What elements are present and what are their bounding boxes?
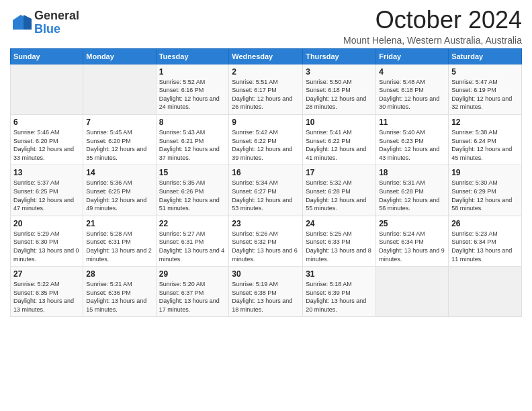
day-number: 1 [159,67,226,77]
day-number: 2 [232,67,300,77]
header-friday: Friday [376,48,449,64]
day-number: 8 [159,118,226,127]
day-info: Sunrise: 5:42 AMSunset: 6:22 PMDaylight:… [232,129,292,161]
day-cell-2-4: 17 Sunrise: 5:32 AMSunset: 6:28 PMDaylig… [303,165,376,216]
day-number: 25 [379,219,445,228]
day-info: Sunrise: 5:25 AMSunset: 6:33 PMDaylight:… [306,230,371,263]
day-cell-0-0 [11,64,83,114]
day-number: 18 [379,168,445,177]
day-info: Sunrise: 5:20 AMSunset: 6:37 PMDaylight:… [159,281,220,313]
day-info: Sunrise: 5:37 AMSunset: 6:25 PMDaylight:… [13,179,74,212]
day-cell-3-1: 21 Sunrise: 5:28 AMSunset: 6:31 PMDaylig… [83,216,156,266]
day-info: Sunrise: 5:46 AMSunset: 6:20 PMDaylight:… [13,129,74,161]
day-number: 31 [306,269,373,279]
day-cell-2-3: 16 Sunrise: 5:34 AMSunset: 6:27 PMDaylig… [229,165,303,216]
day-cell-1-3: 9 Sunrise: 5:42 AMSunset: 6:22 PMDayligh… [229,114,303,165]
day-number: 11 [379,118,445,127]
header-row: General Blue October 2024 Mount Helena, … [10,7,522,46]
day-info: Sunrise: 5:40 AMSunset: 6:23 PMDaylight:… [379,129,439,161]
day-number: 6 [13,118,80,127]
day-info: Sunrise: 5:24 AMSunset: 6:34 PMDaylight:… [379,230,445,263]
title-section: October 2024 Mount Helena, Western Austr… [343,7,522,46]
day-number: 4 [379,67,445,77]
day-info: Sunrise: 5:31 AMSunset: 6:28 PMDaylight:… [379,179,439,212]
day-cell-2-5: 18 Sunrise: 5:31 AMSunset: 6:28 PMDaylig… [376,165,449,216]
day-cell-2-6: 19 Sunrise: 5:30 AMSunset: 6:29 PMDaylig… [449,165,522,216]
day-info: Sunrise: 5:43 AMSunset: 6:21 PMDaylight:… [159,129,220,161]
month-title: October 2024 [343,7,522,34]
day-cell-0-6: 5 Sunrise: 5:47 AMSunset: 6:19 PMDayligh… [449,64,522,114]
day-cell-3-4: 24 Sunrise: 5:25 AMSunset: 6:33 PMDaylig… [303,216,376,266]
day-info: Sunrise: 5:23 AMSunset: 6:34 PMDaylight:… [451,230,512,263]
calendar-body: 1 Sunrise: 5:52 AMSunset: 6:16 PMDayligh… [11,64,522,317]
day-cell-1-1: 7 Sunrise: 5:45 AMSunset: 6:20 PMDayligh… [83,114,156,165]
day-cell-3-0: 20 Sunrise: 5:29 AMSunset: 6:30 PMDaylig… [11,216,83,266]
day-cell-1-0: 6 Sunrise: 5:46 AMSunset: 6:20 PMDayligh… [11,114,83,165]
day-cell-0-2: 1 Sunrise: 5:52 AMSunset: 6:16 PMDayligh… [156,64,229,114]
calendar-table: Sunday Monday Tuesday Wednesday Thursday… [10,48,522,318]
day-info: Sunrise: 5:22 AMSunset: 6:35 PMDaylight:… [13,281,74,313]
day-number: 20 [13,219,80,228]
day-cell-3-6: 26 Sunrise: 5:23 AMSunset: 6:34 PMDaylig… [449,216,522,266]
day-info: Sunrise: 5:35 AMSunset: 6:26 PMDaylight:… [159,179,220,212]
logo-general-text: General [34,9,79,23]
day-cell-1-6: 12 Sunrise: 5:38 AMSunset: 6:24 PMDaylig… [449,114,522,165]
day-info: Sunrise: 5:30 AMSunset: 6:29 PMDaylight:… [451,179,512,212]
day-info: Sunrise: 5:26 AMSunset: 6:32 PMDaylight:… [232,230,298,263]
day-number: 14 [86,168,152,177]
week-row-4: 27 Sunrise: 5:22 AMSunset: 6:35 PMDaylig… [11,267,522,317]
day-info: Sunrise: 5:45 AMSunset: 6:20 PMDaylight:… [86,129,146,161]
day-number: 30 [232,269,300,279]
day-info: Sunrise: 5:52 AMSunset: 6:16 PMDaylight:… [159,79,220,111]
day-cell-0-4: 3 Sunrise: 5:50 AMSunset: 6:18 PMDayligh… [303,64,376,114]
day-cell-2-2: 15 Sunrise: 5:35 AMSunset: 6:26 PMDaylig… [156,165,229,216]
day-cell-4-2: 29 Sunrise: 5:20 AMSunset: 6:37 PMDaylig… [156,267,229,317]
day-number: 9 [232,118,300,127]
day-cell-1-5: 11 Sunrise: 5:40 AMSunset: 6:23 PMDaylig… [376,114,449,165]
day-info: Sunrise: 5:19 AMSunset: 6:38 PMDaylight:… [232,281,292,313]
header-tuesday: Tuesday [156,48,229,64]
logo: General Blue [10,9,79,36]
day-cell-4-0: 27 Sunrise: 5:22 AMSunset: 6:35 PMDaylig… [11,267,83,317]
day-number: 10 [306,118,373,127]
day-info: Sunrise: 5:47 AMSunset: 6:19 PMDaylight:… [451,79,512,111]
header-monday: Monday [83,48,156,64]
day-number: 3 [306,67,373,77]
week-row-1: 6 Sunrise: 5:46 AMSunset: 6:20 PMDayligh… [11,114,522,165]
page-container: General Blue October 2024 Mount Helena, … [0,0,532,324]
svg-marker-1 [24,15,32,30]
day-number: 24 [306,219,373,228]
day-cell-1-2: 8 Sunrise: 5:43 AMSunset: 6:21 PMDayligh… [156,114,229,165]
location-title: Mount Helena, Western Australia, Austral… [343,35,522,46]
day-cell-4-5 [376,267,449,317]
day-info: Sunrise: 5:34 AMSunset: 6:27 PMDaylight:… [232,179,292,212]
day-info: Sunrise: 5:48 AMSunset: 6:18 PMDaylight:… [379,79,439,111]
day-cell-0-1 [83,64,156,114]
day-info: Sunrise: 5:32 AMSunset: 6:28 PMDaylight:… [306,179,366,212]
day-number: 29 [159,269,226,279]
logo-blue-text: Blue [34,23,79,36]
calendar-header: Sunday Monday Tuesday Wednesday Thursday… [11,48,522,64]
day-number: 15 [159,168,226,177]
day-cell-4-3: 30 Sunrise: 5:19 AMSunset: 6:38 PMDaylig… [229,267,303,317]
day-cell-0-3: 2 Sunrise: 5:51 AMSunset: 6:17 PMDayligh… [229,64,303,114]
day-info: Sunrise: 5:50 AMSunset: 6:18 PMDaylight:… [306,79,366,111]
day-info: Sunrise: 5:41 AMSunset: 6:22 PMDaylight:… [306,129,366,161]
day-cell-3-3: 23 Sunrise: 5:26 AMSunset: 6:32 PMDaylig… [229,216,303,266]
day-cell-1-4: 10 Sunrise: 5:41 AMSunset: 6:22 PMDaylig… [303,114,376,165]
week-row-2: 13 Sunrise: 5:37 AMSunset: 6:25 PMDaylig… [11,165,522,216]
logo-icon [10,12,32,34]
day-number: 23 [232,219,300,228]
logo-text: General Blue [34,9,79,36]
header-thursday: Thursday [303,48,376,64]
day-info: Sunrise: 5:28 AMSunset: 6:31 PMDaylight:… [86,230,152,263]
day-info: Sunrise: 5:51 AMSunset: 6:17 PMDaylight:… [232,79,292,111]
day-info: Sunrise: 5:27 AMSunset: 6:31 PMDaylight:… [159,230,225,263]
header-saturday: Saturday [449,48,522,64]
day-number: 7 [86,118,152,127]
day-number: 13 [13,168,80,177]
day-number: 17 [306,168,373,177]
day-info: Sunrise: 5:29 AMSunset: 6:30 PMDaylight:… [13,230,79,263]
day-info: Sunrise: 5:18 AMSunset: 6:39 PMDaylight:… [306,281,366,313]
day-info: Sunrise: 5:38 AMSunset: 6:24 PMDaylight:… [451,129,512,161]
